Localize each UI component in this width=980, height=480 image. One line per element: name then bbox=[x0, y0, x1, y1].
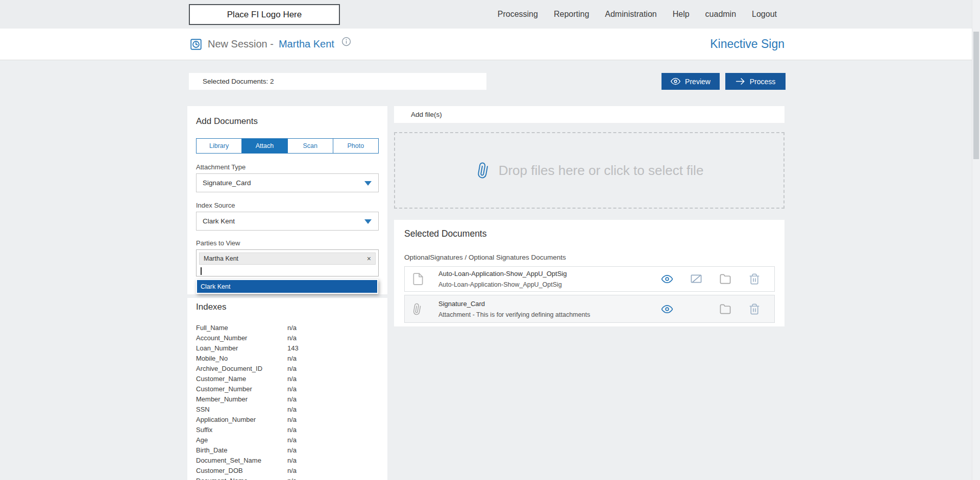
nav-item-processing[interactable]: Processing bbox=[498, 10, 538, 19]
nav-item-reporting[interactable]: Reporting bbox=[554, 10, 589, 19]
tab-scan[interactable]: Scan bbox=[288, 139, 333, 153]
index-row: Archive_Document_IDn/a bbox=[196, 363, 379, 373]
nav-item-logout[interactable]: Logout bbox=[752, 10, 777, 19]
scrollbar-thumb[interactable] bbox=[973, 32, 979, 159]
index-label: SSN bbox=[196, 406, 287, 413]
folder-icon[interactable] bbox=[720, 273, 731, 285]
document-texts: Signature_Card Attachment - This is for … bbox=[438, 300, 590, 318]
page-header: New Session - Martha Kent Kinective Sign bbox=[0, 29, 980, 60]
index-row: Agen/a bbox=[196, 435, 379, 445]
file-dropzone[interactable]: Drop files here or click to select file bbox=[394, 132, 785, 209]
trash-icon[interactable] bbox=[749, 303, 761, 315]
process-button[interactable]: Process bbox=[725, 73, 786, 90]
document-texts: Auto-Loan-Application-Show_AppU_OptSig A… bbox=[438, 270, 567, 288]
index-value: n/a bbox=[287, 436, 297, 444]
dropzone-text: Drop files here or click to select file bbox=[499, 163, 704, 179]
vertical-scrollbar[interactable] bbox=[972, 0, 980, 480]
index-label: Loan_Number bbox=[196, 344, 287, 352]
index-label: Mobile_No bbox=[196, 355, 287, 362]
document-group-label: OptionalSignatures / Optional Signatures… bbox=[404, 254, 566, 261]
paperclip-icon bbox=[471, 158, 494, 183]
index-value: n/a bbox=[287, 446, 297, 454]
tab-attach[interactable]: Attach bbox=[242, 139, 287, 153]
parties-multiselect[interactable]: Martha Kent × bbox=[196, 249, 379, 276]
session-title-group: New Session - Martha Kent bbox=[189, 29, 351, 60]
text-cursor bbox=[201, 267, 202, 275]
index-label: Customer_DOB bbox=[196, 467, 287, 474]
index-value: n/a bbox=[287, 324, 297, 332]
chevron-down-icon bbox=[364, 219, 372, 224]
process-label: Process bbox=[750, 78, 776, 86]
session-customer-name[interactable]: Martha Kent bbox=[279, 38, 334, 50]
index-label: Member_Number bbox=[196, 395, 287, 403]
index-source-select[interactable]: Clark Kent bbox=[196, 212, 379, 231]
index-source-value: Clark Kent bbox=[203, 217, 235, 225]
index-label: Age bbox=[196, 436, 287, 444]
eye-icon bbox=[671, 77, 680, 86]
preview-label: Preview bbox=[685, 78, 710, 86]
index-value: n/a bbox=[287, 426, 297, 434]
folder-icon[interactable] bbox=[720, 303, 731, 315]
info-icon[interactable] bbox=[341, 37, 351, 46]
screen: Place FI Logo Here Processing Reporting … bbox=[0, 0, 980, 480]
remove-party-icon[interactable]: × bbox=[367, 255, 371, 262]
index-row: SSNn/a bbox=[196, 404, 379, 414]
document-subtitle: Attachment - This is for verifying defin… bbox=[438, 311, 590, 318]
index-row: Customer_Namen/a bbox=[196, 373, 379, 384]
parties-to-view-label: Parties to View bbox=[196, 239, 240, 247]
chevron-down-icon bbox=[364, 181, 372, 186]
index-row: Full_Namen/a bbox=[196, 322, 379, 333]
index-row: Document_Set_Namen/a bbox=[196, 455, 379, 465]
index-label: Customer_Name bbox=[196, 375, 287, 383]
attachment-paperclip-icon bbox=[409, 300, 426, 318]
index-label: Customer_Number bbox=[196, 385, 287, 393]
document-title: Auto-Loan-Application-Show_AppU_OptSig bbox=[438, 270, 567, 277]
session-clock-icon bbox=[189, 38, 203, 51]
tab-photo[interactable]: Photo bbox=[333, 139, 378, 153]
view-document-icon[interactable] bbox=[662, 273, 673, 285]
attachment-type-value: Signature_Card bbox=[203, 179, 251, 187]
fi-logo-text: Place FI Logo Here bbox=[227, 10, 302, 20]
index-value: n/a bbox=[287, 467, 297, 474]
attachment-type-label: Attachment Type bbox=[196, 163, 246, 171]
index-value: n/a bbox=[287, 365, 297, 372]
nav-item-cuadmin[interactable]: cuadmin bbox=[705, 10, 736, 19]
index-label: Full_Name bbox=[196, 324, 287, 332]
index-row: Suffixn/a bbox=[196, 424, 379, 435]
trash-icon[interactable] bbox=[749, 273, 761, 285]
index-row: Customer_Numbern/a bbox=[196, 384, 379, 394]
fi-logo-placeholder: Place FI Logo Here bbox=[189, 4, 340, 25]
add-files-label: Add file(s) bbox=[411, 111, 442, 118]
index-value: n/a bbox=[287, 477, 297, 480]
index-value: n/a bbox=[287, 334, 297, 342]
index-row: Document_Namen/a bbox=[196, 475, 379, 480]
preview-button[interactable]: Preview bbox=[662, 73, 720, 90]
parties-dropdown-popup: Clark Kent bbox=[196, 279, 378, 294]
index-label: Birth_Date bbox=[196, 446, 287, 454]
index-label: Suffix bbox=[196, 426, 287, 434]
view-document-icon[interactable] bbox=[662, 303, 673, 315]
tab-library[interactable]: Library bbox=[197, 139, 242, 153]
index-value: n/a bbox=[287, 416, 297, 423]
document-row: Auto-Loan-Application-Show_AppU_OptSig A… bbox=[404, 266, 775, 292]
nav-item-help[interactable]: Help bbox=[673, 10, 690, 19]
indexes-card: Indexes Full_Namen/a Account_Numbern/a L… bbox=[187, 298, 387, 480]
index-value: n/a bbox=[287, 457, 297, 464]
index-row: Customer_DOBn/a bbox=[196, 465, 379, 475]
document-row: Signature_Card Attachment - This is for … bbox=[404, 295, 775, 323]
dropdown-option-clark-kent[interactable]: Clark Kent bbox=[197, 280, 377, 293]
nav-item-administration[interactable]: Administration bbox=[605, 10, 656, 19]
index-row: Member_Numbern/a bbox=[196, 394, 379, 404]
indexes-title: Indexes bbox=[196, 302, 227, 312]
signature-pad-icon[interactable] bbox=[691, 273, 702, 285]
index-label: Application_Number bbox=[196, 416, 287, 423]
index-label: Document_Name bbox=[196, 477, 287, 480]
indexes-table: Full_Namen/a Account_Numbern/a Loan_Numb… bbox=[196, 322, 379, 480]
document-title: Signature_Card bbox=[438, 300, 590, 308]
index-value: n/a bbox=[287, 395, 297, 403]
attachment-type-select[interactable]: Signature_Card bbox=[196, 173, 379, 192]
top-navbar: Place FI Logo Here Processing Reporting … bbox=[0, 0, 980, 29]
index-label: Document_Set_Name bbox=[196, 457, 287, 464]
index-value: 143 bbox=[287, 344, 299, 352]
index-row: Application_Numbern/a bbox=[196, 414, 379, 424]
